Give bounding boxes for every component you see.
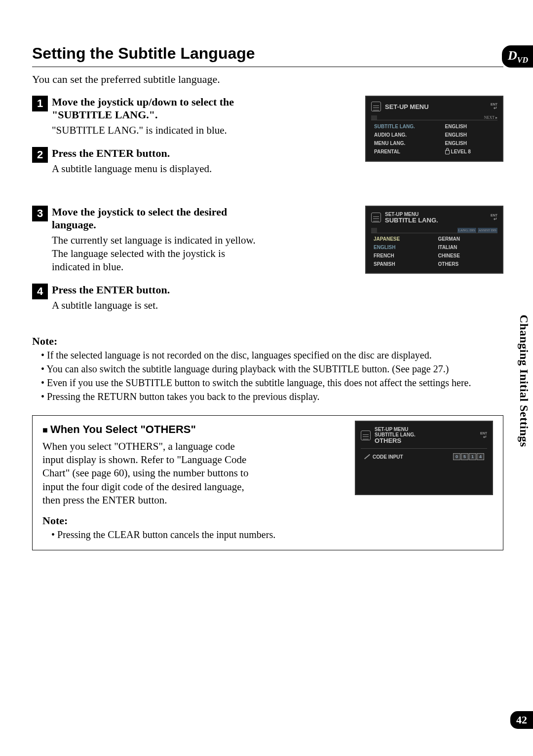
step-1: 1 Move the joystick up/down to select th… [32, 96, 259, 137]
screen-pre-title: SET-UP MENU [375, 427, 416, 432]
menu-value: ENGLISH [445, 141, 495, 146]
lang-item: ITALIAN [438, 244, 495, 251]
step-desc: "SUBTITLE LANG." is indicated in blue. [52, 124, 259, 137]
tab-lang-dis: LANG. DIS [457, 228, 476, 233]
next-label: NEXT ▸ [484, 115, 497, 120]
screen-title: SUBTITLE LANG. [385, 217, 438, 224]
lock-icon [445, 150, 450, 154]
step-3: 3 Move the joystick to select the desire… [32, 206, 259, 274]
step-number-box: 2 [32, 147, 48, 163]
step-title: Press the ENTER button. [52, 284, 259, 296]
lang-item: FRENCH [374, 252, 431, 259]
lang-item: GERMAN [438, 235, 495, 243]
note-list: Pressing the CLEAR button cancels the in… [42, 529, 493, 541]
screen-setup-menu: SET-UP MENU ENT ↵ NEXT ▸ SUBTITLE LANG.E… [365, 96, 503, 162]
code-digit: 0 [453, 453, 460, 460]
lang-item: ENGLISH [374, 244, 431, 251]
note-list: If the selected language is not recorded… [32, 349, 503, 403]
code-digit: 4 [477, 453, 484, 460]
lang-item: OTHERS [438, 260, 495, 268]
menu-row: AUDIO LANG.ENGLISH [371, 131, 497, 139]
screen-title: OTHERS [375, 437, 416, 444]
menu-value: LEVEL 8 [445, 149, 495, 154]
title-underline [32, 67, 503, 67]
menu-value: ENGLISH [445, 132, 495, 138]
step-desc: A subtitle language is set. [52, 299, 259, 312]
note-section: Note: If the selected language is not re… [32, 335, 503, 403]
arrow-icon: ↵ [491, 106, 497, 110]
lang-item: JAPANESE [374, 235, 431, 243]
menu-row: SUBTITLE LANG.ENGLISH [371, 122, 497, 131]
page-number: 42 [510, 711, 533, 729]
menu-value: ENGLISH [445, 124, 495, 129]
intro-text: You can set the preferred subtitle langu… [32, 73, 503, 86]
code-digit: 5 [461, 453, 468, 460]
note-item: You can also switch the subtitle languag… [41, 363, 503, 375]
step-number-box: 4 [32, 284, 48, 299]
step-title: Move the joystick up/down to select the … [52, 96, 259, 121]
menu-label: MENU LANG. [374, 141, 445, 146]
code-digit: 1 [469, 453, 476, 460]
screen-icon [371, 102, 381, 111]
note-item: Pressing the RETURN button takes you bac… [41, 391, 503, 403]
step-4: 4 Press the ENTER button. A subtitle lan… [32, 284, 259, 312]
others-box: When You Select "OTHERS" When you select… [32, 415, 503, 550]
page-title: Setting the Subtitle Language [32, 44, 503, 63]
note-item: If the selected language is not recorded… [41, 349, 503, 361]
code-input-label: CODE INPUT [373, 454, 403, 460]
step-2: 2 Press the ENTER button. A subtitle lan… [32, 147, 259, 176]
tab-assist-dis: ASSIST DIS [478, 228, 497, 233]
screen-subtitle-lang: SET-UP MENU SUBTITLE LANG. ENT ↵ LANG. D… [365, 206, 503, 274]
step-desc: A subtitle language menu is displayed. [52, 162, 259, 176]
menu-row: PARENTALLEVEL 8 [371, 147, 497, 156]
screen-others-code: SET-UP MENU SUBTITLE LANG. OTHERS ENT ↵ … [355, 421, 493, 495]
step-title: Press the ENTER button. [52, 147, 259, 160]
screen-title: SET-UP MENU [385, 103, 429, 110]
note-item: Pressing the CLEAR button cancels the in… [51, 529, 493, 541]
step-number-box: 1 [32, 96, 48, 111]
step-title: Move the joystick to select the desired … [52, 206, 259, 231]
lang-item: CHINESE [438, 252, 495, 259]
screen-icon [361, 431, 371, 440]
note-label: Note: [42, 514, 493, 527]
others-text: When you select "OTHERS", a language cod… [42, 440, 250, 507]
menu-label: PARENTAL [374, 149, 445, 154]
note-item: Even if you use the SUBTITLE button to s… [41, 377, 503, 389]
menu-label: SUBTITLE LANG. [374, 124, 445, 129]
menu-row: MENU LANG.ENGLISH [371, 139, 497, 147]
screen-pre-title: SET-UP MENU [385, 212, 438, 217]
note-label: Note: [32, 335, 503, 348]
step-desc: The currently set language is indicated … [52, 234, 259, 274]
lang-item: SPANISH [374, 260, 431, 268]
arrow-icon: ↵ [480, 435, 487, 439]
menu-label: AUDIO LANG. [374, 132, 445, 138]
arrow-icon: ↵ [491, 217, 497, 221]
pencil-icon [364, 454, 370, 460]
screen-icon [371, 213, 381, 222]
step-number-box: 3 [32, 206, 48, 221]
